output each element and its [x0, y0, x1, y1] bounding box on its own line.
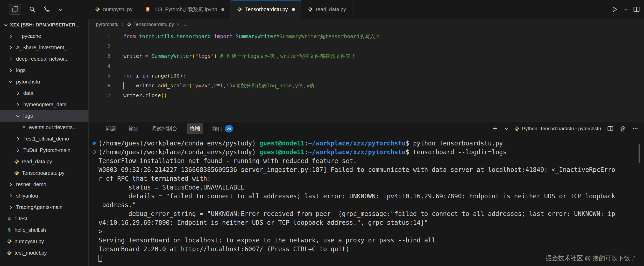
terminal[interactable]: (/home/guest/workplace/conda_envs/pystud…: [89, 135, 644, 262]
breadcrumb-item[interactable]: pytorchstu: [96, 22, 119, 27]
terminal-cursor: [98, 255, 102, 262]
source-control-graph-icon[interactable]: [44, 6, 50, 13]
tree-item[interactable]: $hello_shell.sh: [0, 224, 88, 236]
terminal-text: :: [305, 149, 308, 156]
split-editor-icon[interactable]: [633, 6, 640, 13]
tree-item[interactable]: numpystu.py: [0, 236, 88, 247]
tree-item-label: Test1_official_demo: [23, 136, 69, 142]
chevron-right-icon: [7, 58, 13, 60]
explorer-section-header[interactable]: XZX [SSH: DPN.VIPSERVER...: [0, 19, 88, 30]
chevron-right-icon: [14, 138, 21, 140]
terminal-text: guest@node11: [259, 140, 304, 147]
panel-tab-label: 终端: [190, 125, 200, 132]
breadcrumb-item[interactable]: Tensorboardstu.py: [127, 22, 174, 27]
editor-tab[interactable]: numpystu.py: [89, 0, 139, 19]
code-line: 5for i in range(100):: [89, 71, 644, 81]
tree-item[interactable]: test_model.py: [0, 247, 88, 258]
tree-item-label: hymenoptera_data: [23, 102, 67, 108]
chevron-right-icon: [7, 69, 13, 72]
code-line: 1from torch.utils.tensorboard import Sum…: [89, 31, 644, 41]
tree-item[interactable]: Test1_official_demo: [0, 133, 88, 144]
code-token: .: [154, 82, 158, 89]
tree-item[interactable]: TradingAgents-main: [0, 201, 88, 213]
terminal-text: :: [305, 140, 308, 147]
tree-item[interactable]: deep-residual-networ...: [0, 53, 88, 65]
panel-tab[interactable]: 调试控制台: [148, 123, 180, 134]
tree-item[interactable]: ≡events.out.tfevents...: [0, 122, 88, 133]
code-line: 4: [89, 61, 644, 71]
tree-item[interactable]: shiyanlou: [0, 190, 88, 201]
code-token: (: [167, 73, 170, 79]
terminal-text: v4:10.16.29.69:7890: Endpoint is neither…: [98, 219, 428, 226]
code-token: close: [145, 92, 161, 99]
panel-tab[interactable]: 终端: [187, 123, 203, 134]
terminal-text: (/home/guest/workplace/conda_envs/pystud…: [98, 149, 259, 156]
ports-badge: 29: [225, 125, 233, 132]
tree-item[interactable]: logs: [0, 110, 88, 122]
editor-cursor: [123, 82, 124, 89]
panel-tab[interactable]: 问题: [103, 123, 119, 134]
terminal-text: debug_error_string = "UNKNOWN:Error rece…: [98, 210, 615, 218]
terminal-line: status = StatusCode.UNAVAILABLE: [98, 183, 636, 192]
line-number: 3: [89, 51, 110, 61]
editor-tab[interactable]: 103_Pytorch加载数据.ipynb: [139, 0, 231, 19]
tree-item[interactable]: data: [0, 87, 88, 99]
code-token: :: [183, 73, 186, 79]
editor-actions: [606, 0, 644, 19]
tree-item[interactable]: logs: [0, 65, 88, 76]
tree-item[interactable]: pytorchstu: [0, 76, 88, 87]
tree-item[interactable]: A_Share_investment_...: [0, 42, 88, 53]
terminal-text: details = "failed to connect to all addr…: [98, 193, 615, 200]
kill-terminal-icon[interactable]: [620, 125, 626, 132]
code-token: ,: [223, 82, 226, 89]
code-token: [148, 73, 151, 79]
tab-label: numpystu.py: [103, 6, 132, 12]
search-icon[interactable]: [29, 6, 36, 13]
code-token: 100: [170, 73, 180, 79]
breadcrumb-item[interactable]: ...: [182, 22, 186, 27]
tree-item[interactable]: Tensorboardstu.py: [0, 167, 88, 179]
tree-item[interactable]: TuDui_Pytorch-main: [0, 144, 88, 156]
chevron-down-icon: [7, 81, 13, 83]
editor-tab[interactable]: Tensorboardstu.py: [231, 0, 301, 19]
views-chevron-down-icon[interactable]: [58, 8, 62, 11]
tree-item[interactable]: __pycache__: [0, 30, 88, 42]
panel-tab[interactable]: 输出: [125, 123, 142, 134]
terminal-session-item[interactable]: Python: Tensorboardstu - pytorchstu: [514, 126, 601, 131]
new-terminal-icon[interactable]: [492, 125, 498, 132]
code-token: [232, 33, 236, 39]
code-line: 2: [89, 41, 644, 51]
tree-item[interactable]: resnet_demo: [0, 179, 88, 190]
terminal-scrollbar[interactable]: [639, 144, 640, 163]
command-success-marker: [93, 142, 96, 145]
tree-item[interactable]: hymenoptera_data: [0, 99, 88, 110]
code-editor[interactable]: 1from torch.utils.tensorboard import Sum…: [89, 30, 644, 122]
code-token: torch.utils.tensorboard: [139, 33, 211, 39]
terminal-line: (/home/guest/workplace/conda_envs/pystud…: [98, 148, 636, 157]
panel-tab[interactable]: 端口29: [209, 123, 236, 134]
editor-tab[interactable]: read_data.py: [301, 0, 353, 19]
files-icon[interactable]: [9, 4, 21, 15]
terminal-line: (/home/guest/workplace/conda_envs/pystud…: [98, 139, 636, 148]
python-file-icon: [7, 239, 12, 244]
code-line-text: writer.close(): [110, 90, 167, 100]
tree-item-label: logs: [16, 67, 26, 73]
tree-item-label: shiyanlou: [16, 193, 38, 199]
line-number: 7: [89, 90, 110, 100]
terminal-launch-chevron-icon[interactable]: [504, 127, 508, 130]
code-line-text: [110, 41, 123, 51]
run-dropdown-chevron-icon[interactable]: [624, 8, 627, 11]
tree-item[interactable]: read_data.py: [0, 156, 88, 167]
tree-item-label: resnet_demo: [16, 181, 46, 187]
tree-item[interactable]: ≡1.test: [0, 213, 88, 224]
code-token: #SummaryWriter是tensorboard的写入器: [276, 33, 380, 39]
more-actions-icon[interactable]: [632, 125, 638, 132]
line-number: 2: [89, 41, 110, 51]
split-terminal-icon[interactable]: [607, 125, 613, 132]
code-token: (: [189, 82, 192, 89]
breadcrumb: pytorchstu›Tensorboardstu.py›...: [89, 19, 644, 30]
terminal-text: tensorboard --logdir=logs: [413, 149, 507, 156]
terminal-line: >: [98, 227, 636, 236]
run-python-file-icon[interactable]: [611, 6, 618, 13]
terminal-text: Serving TensorBoard on localhost; to exp…: [98, 237, 435, 244]
